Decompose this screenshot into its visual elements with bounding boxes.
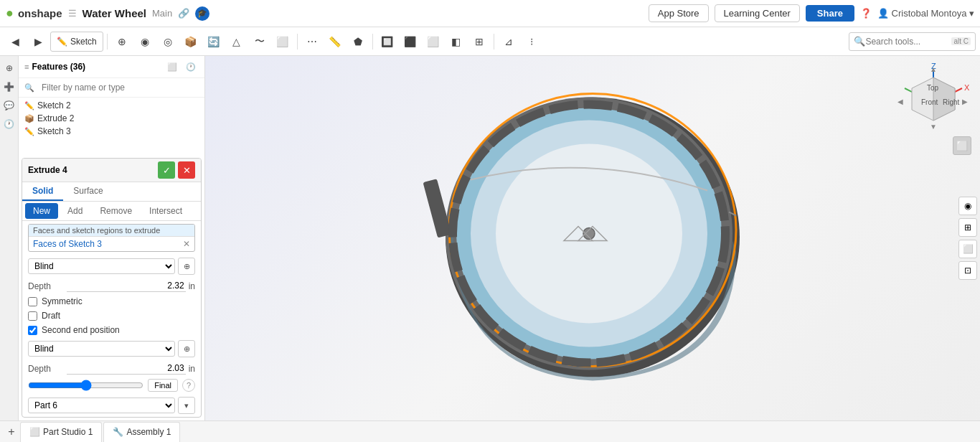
tab-surface[interactable]: Surface [63, 182, 113, 201]
toolbar-divider-2 [297, 34, 298, 50]
sub-tab-remove[interactable]: Remove [92, 203, 140, 219]
tab-part-studio[interactable]: ⬜ Part Studio 1 [20, 422, 102, 442]
learning-button[interactable]: Learning Center [715, 4, 800, 22]
second-depth-label: Depth [28, 364, 64, 374]
plane-tool[interactable]: ⬜ [272, 31, 293, 52]
tab-assembly-icon: 🔧 [113, 427, 123, 437]
help-icon[interactable]: ❓ [860, 8, 872, 19]
topbar: ● onshape ☰ Water Wheel Main 🔗 🎓 App Sto… [0, 0, 980, 27]
feature-item-sketch3[interactable]: ✏️ Sketch 3 [19, 125, 204, 138]
boolean-tool[interactable]: ⬟ [347, 31, 369, 52]
chamfer-tool[interactable]: ◎ [157, 31, 179, 52]
filter-icon: 🔍 [24, 83, 34, 93]
faces-select-value[interactable]: Faces of Sketch 3 ✕ [29, 237, 194, 251]
second-depth-input[interactable] [67, 362, 186, 375]
second-blind-row: Blind ⊕ [22, 337, 201, 360]
depth-label: Depth [28, 281, 64, 291]
sweep-tool[interactable]: 〜 [249, 31, 270, 52]
fillet-tool[interactable]: ◉ [134, 31, 156, 52]
app-name: onshape [18, 7, 62, 19]
tab-solid[interactable]: Solid [22, 182, 63, 201]
more-tools-1[interactable]: ⋯ [301, 31, 323, 52]
final-button[interactable]: Final [148, 379, 178, 392]
select-tool[interactable]: ⊕ [111, 31, 133, 52]
features-clock-button[interactable]: 🕐 [183, 59, 199, 75]
pattern-tool[interactable]: ⁝ [521, 31, 542, 52]
symmetric-label: Symmetric [42, 296, 83, 306]
viewport[interactable]: X Z Front Right Top ▲ ▼ ◀ ▶ ⬜ [205, 56, 980, 420]
feature-item-extrude2[interactable]: 📦 Extrude 2 [19, 112, 204, 125]
end-condition-select[interactable]: Blind [28, 258, 175, 274]
sub-tab-add[interactable]: Add [60, 203, 90, 219]
viewport-tool-1[interactable]: ◉ [958, 197, 977, 215]
second-blind-target-button[interactable]: ⊕ [178, 340, 195, 357]
graduation-icon: 🎓 [195, 6, 209, 21]
features-panel: ≡ Features (36) ⬜ 🕐 🔍 ✏️ Sketch 2 📦 Extr… [19, 56, 204, 420]
view-tool-3[interactable]: ⬜ [423, 31, 444, 52]
view-tool-4[interactable]: ◧ [446, 31, 467, 52]
forward-button[interactable]: ▶ [27, 31, 49, 52]
second-end-checkbox[interactable] [28, 326, 37, 335]
depth-input[interactable] [67, 280, 186, 292]
hamburger-icon[interactable]: ☰ [68, 8, 77, 19]
left-icon-comment[interactable]: 💬 [1, 98, 17, 113]
tab-part-studio-icon: ⬜ [29, 427, 40, 437]
appstore-button[interactable]: App Store [649, 4, 709, 22]
viewport-tool-4[interactable]: ⊡ [958, 261, 977, 280]
view-tool-2[interactable]: ⬛ [400, 31, 421, 52]
feature-item-sketch2[interactable]: ✏️ Sketch 2 [19, 99, 204, 112]
symmetric-checkbox[interactable] [28, 297, 37, 306]
toolbar-divider-1 [107, 34, 108, 50]
search-tools-input[interactable] [865, 37, 951, 47]
left-icon-history[interactable]: 🕐 [1, 116, 17, 132]
search-tools-icon: 🔍 [854, 36, 865, 47]
add-tab-button[interactable]: + [3, 423, 20, 441]
sketch2-icon: ✏️ [24, 101, 34, 110]
viewport-tool-3[interactable]: ⬜ [958, 240, 977, 258]
features-title: Features (36) [32, 62, 161, 72]
user-avatar[interactable]: 👤 Cristobal Montoya ▾ [877, 8, 974, 19]
depth-slider[interactable] [28, 380, 143, 391]
revolve-tool[interactable]: 🔄 [203, 31, 225, 52]
second-end-row: Second end position [22, 323, 201, 337]
back-button[interactable]: ◀ [4, 31, 26, 52]
second-blind-select[interactable]: Blind [28, 341, 175, 357]
svg-text:X: X [964, 83, 970, 92]
sub-tab-new[interactable]: New [25, 203, 58, 219]
extrude-panel: Extrude 4 ✓ ✕ Solid Surface New Add Remo… [22, 158, 202, 418]
extrude-confirm-button[interactable]: ✓ [158, 161, 175, 179]
features-expand-button[interactable]: ⬜ [164, 59, 180, 75]
search-shortcut: alt C [951, 37, 971, 45]
slider-row: Final ? [22, 377, 201, 394]
extrude-header: Extrude 4 ✓ ✕ [22, 159, 201, 182]
part-select[interactable]: Part 6 [28, 398, 175, 413]
loft-tool[interactable]: △ [226, 31, 248, 52]
tab-assembly[interactable]: 🔧 Assembly 1 [103, 422, 180, 442]
left-icon-tools[interactable]: ⊕ [1, 60, 17, 76]
nav-cube[interactable]: X Z Front Right Top ▲ ▼ ◀ ▶ [894, 63, 973, 142]
end-condition-target-button[interactable]: ⊕ [178, 258, 195, 275]
extrude-tool[interactable]: 📦 [180, 31, 202, 52]
viewport-tool-2[interactable]: ⊞ [958, 218, 977, 237]
sidebar: ≡ Features (36) ⬜ 🕐 🔍 ✏️ Sketch 2 📦 Extr… [19, 56, 205, 420]
share-button[interactable]: Share [806, 5, 854, 22]
left-icon-add[interactable]: ➕ [1, 79, 17, 95]
link-icon[interactable]: 🔗 [178, 8, 189, 19]
symmetric-row: Symmetric [22, 294, 201, 309]
faces-clear-button[interactable]: ✕ [183, 239, 190, 249]
draft-checkbox[interactable] [28, 311, 37, 321]
extrude-cancel-button[interactable]: ✕ [178, 161, 195, 179]
onshape-logo-icon: ● [6, 6, 14, 21]
sketch-button[interactable]: ✏️ Sketch [50, 32, 103, 52]
filter-input[interactable] [37, 81, 199, 94]
view-options-button[interactable]: ⬜ [953, 136, 971, 155]
measure-tool[interactable]: 📏 [324, 31, 346, 52]
help-button[interactable]: ? [182, 379, 195, 392]
view-tool-1[interactable]: 🔲 [377, 31, 398, 52]
svg-text:Front: Front [921, 98, 938, 106]
transform-tool[interactable]: ⊞ [468, 31, 490, 52]
document-title[interactable]: Water Wheel [83, 7, 146, 19]
mate-tool[interactable]: ⊿ [498, 31, 519, 52]
sub-tab-intersect[interactable]: Intersect [141, 203, 190, 219]
part-expand-button[interactable]: ▾ [178, 397, 195, 414]
